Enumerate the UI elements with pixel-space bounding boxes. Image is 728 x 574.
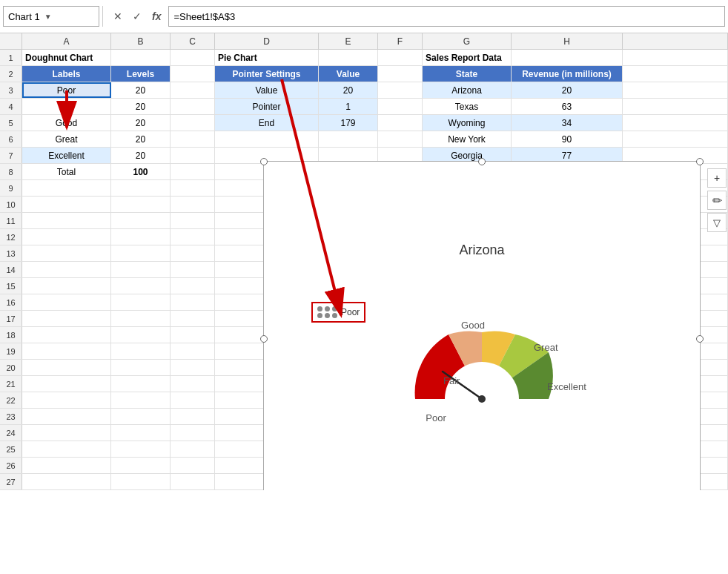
cell-a6[interactable]: Great: [22, 131, 111, 147]
cell-g1[interactable]: Sales Report Data: [423, 50, 512, 65]
cell-a11[interactable]: [22, 213, 111, 228]
cell-a18[interactable]: [22, 327, 111, 343]
cell-c25[interactable]: [171, 441, 215, 457]
cell-c11[interactable]: [171, 213, 215, 228]
col-header-d[interactable]: D: [215, 33, 319, 49]
col-header-e[interactable]: E: [319, 33, 378, 49]
cell-g4[interactable]: Texas: [423, 99, 512, 114]
cell-b11[interactable]: [111, 213, 171, 228]
cell-b3[interactable]: 20: [111, 82, 171, 98]
formula-input[interactable]: [168, 6, 725, 27]
cell-d3[interactable]: Value: [215, 82, 319, 98]
cell-d5[interactable]: End: [215, 115, 319, 131]
poor-label-box[interactable]: Poor: [311, 302, 365, 323]
col-header-c[interactable]: C: [171, 33, 215, 49]
cell-e3[interactable]: 20: [319, 82, 378, 98]
cell-c3[interactable]: [171, 82, 215, 98]
cell-a21[interactable]: [22, 376, 111, 392]
cell-c2[interactable]: [171, 66, 215, 82]
cell-a26[interactable]: [22, 458, 111, 473]
cell-f1[interactable]: [378, 50, 423, 65]
chart-overlay[interactable]: Arizona: [263, 161, 701, 490]
cell-c26[interactable]: [171, 458, 215, 473]
cell-c8[interactable]: [171, 164, 215, 179]
cell-a12[interactable]: [22, 229, 111, 245]
cell-a9[interactable]: [22, 180, 111, 196]
cell-a13[interactable]: [22, 245, 111, 261]
cell-b25[interactable]: [111, 441, 171, 457]
cell-b9[interactable]: [111, 180, 171, 196]
cell-e6[interactable]: [319, 131, 378, 147]
cell-a25[interactable]: [22, 441, 111, 457]
cell-b17[interactable]: [111, 311, 171, 326]
cell-c13[interactable]: [171, 245, 215, 261]
cell-c17[interactable]: [171, 311, 215, 326]
cell-a15[interactable]: [22, 278, 111, 294]
cell-c18[interactable]: [171, 327, 215, 343]
cell-f3[interactable]: [378, 82, 423, 98]
cell-e5[interactable]: 179: [319, 115, 378, 131]
cell-g6[interactable]: New York: [423, 131, 512, 147]
cell-c21[interactable]: [171, 376, 215, 392]
cell-b26[interactable]: [111, 458, 171, 473]
cell-a14[interactable]: [22, 262, 111, 277]
cell-h4[interactable]: 63: [512, 99, 623, 114]
cell-a1[interactable]: Doughnut Chart: [22, 50, 111, 65]
cell-b16[interactable]: [111, 294, 171, 310]
cell-c9[interactable]: [171, 180, 215, 196]
cell-h6[interactable]: 90: [512, 131, 623, 147]
col-header-g[interactable]: G: [423, 33, 512, 49]
chart-filter-button[interactable]: ▽: [707, 213, 727, 232]
col-header-a[interactable]: A: [22, 33, 111, 49]
cell-a4[interactable]: Fair: [22, 99, 111, 114]
cell-b19[interactable]: [111, 343, 171, 359]
cell-f5[interactable]: [378, 115, 423, 131]
cell-c7[interactable]: [171, 148, 215, 163]
cell-c1[interactable]: [171, 50, 215, 65]
cell-b14[interactable]: [111, 262, 171, 277]
cell-c10[interactable]: [171, 197, 215, 212]
cell-c22[interactable]: [171, 392, 215, 408]
cell-b2[interactable]: Levels: [111, 66, 171, 82]
cell-d6[interactable]: [215, 131, 319, 147]
cell-c23[interactable]: [171, 409, 215, 424]
cell-a8[interactable]: Total: [22, 164, 111, 179]
cell-d1[interactable]: Pie Chart: [215, 50, 319, 65]
cell-h2[interactable]: Revenue (in millions): [512, 66, 623, 82]
cell-a3[interactable]: Poor: [22, 82, 111, 98]
cell-b8[interactable]: 100: [111, 164, 171, 179]
cell-b24[interactable]: [111, 425, 171, 441]
chart-style-button[interactable]: ✏: [707, 191, 727, 210]
col-header-b[interactable]: B: [111, 33, 171, 49]
cell-b21[interactable]: [111, 376, 171, 392]
col-header-f[interactable]: F: [378, 33, 423, 49]
cell-h5[interactable]: 34: [512, 115, 623, 131]
cell-a20[interactable]: [22, 360, 111, 375]
cell-g3[interactable]: Arizona: [423, 82, 512, 98]
cell-g2[interactable]: State: [423, 66, 512, 82]
cell-a2[interactable]: Labels: [22, 66, 111, 82]
cell-b20[interactable]: [111, 360, 171, 375]
cancel-icon[interactable]: ✕: [110, 9, 125, 24]
cell-b7[interactable]: 20: [111, 148, 171, 163]
col-header-h[interactable]: H: [512, 33, 623, 49]
cell-a23[interactable]: [22, 409, 111, 424]
cell-a24[interactable]: [22, 425, 111, 441]
cell-c16[interactable]: [171, 294, 215, 310]
cell-a10[interactable]: [22, 197, 111, 212]
cell-f6[interactable]: [378, 131, 423, 147]
cell-a22[interactable]: [22, 392, 111, 408]
cell-c14[interactable]: [171, 262, 215, 277]
cell-a27[interactable]: [22, 474, 111, 489]
cell-a7[interactable]: Excellent: [22, 148, 111, 163]
chart-add-element-button[interactable]: +: [707, 168, 727, 188]
confirm-icon[interactable]: ✓: [130, 9, 145, 24]
name-box[interactable]: Chart 1 ▼: [3, 6, 99, 27]
cell-a5[interactable]: Good: [22, 115, 111, 131]
cell-a17[interactable]: [22, 311, 111, 326]
cell-b18[interactable]: [111, 327, 171, 343]
cell-b10[interactable]: [111, 197, 171, 212]
cell-d4[interactable]: Pointer: [215, 99, 319, 114]
cell-h1[interactable]: [512, 50, 623, 65]
cell-e4[interactable]: 1: [319, 99, 378, 114]
